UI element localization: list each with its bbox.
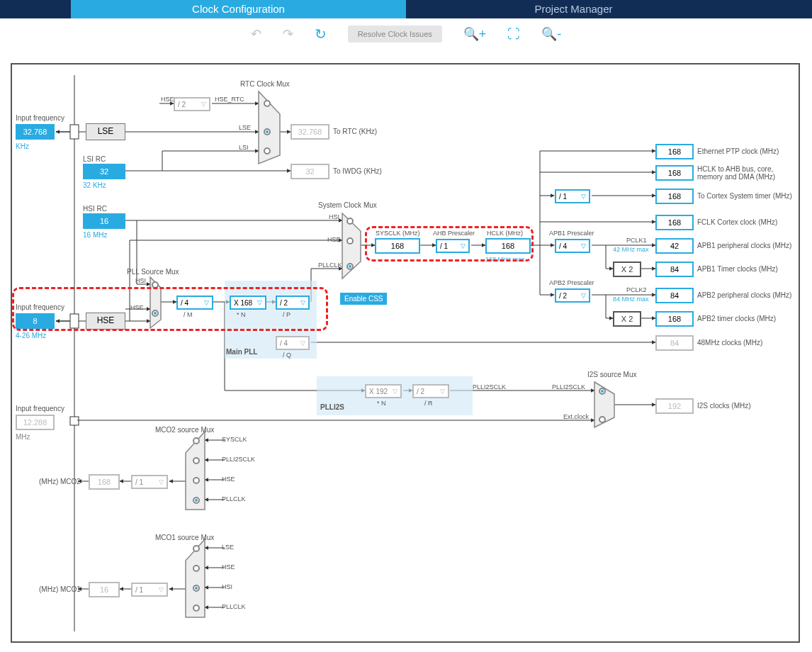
pll-q-select[interactable]: / 4▽: [276, 336, 310, 350]
apb2-periph-value: 84: [655, 288, 694, 303]
mco1-hsi-radio[interactable]: [193, 585, 200, 592]
hclk-label: HCLK (MHz): [487, 230, 523, 237]
apb1-timer-label: APB1 Timer clocks (MHz): [697, 265, 778, 273]
mco1-hsi: HSI: [222, 583, 232, 590]
sys-hse-radio[interactable]: [346, 237, 354, 244]
apb1-timer-value: 84: [655, 262, 694, 277]
mco2-hse-radio[interactable]: [193, 477, 200, 484]
fclk-label: FCLK Cortex clock (MHz): [697, 218, 777, 226]
apb2-periph-label: APB2 peripheral clocks (MHz): [697, 291, 791, 299]
plli2s-n-select[interactable]: X 192▽: [365, 384, 402, 398]
rtc-mux-title: RTC Clock Mux: [240, 80, 290, 88]
pll-n-select[interactable]: X 168▽: [230, 296, 266, 310]
rtc-div2-select[interactable]: / 2▽: [174, 97, 210, 111]
rtc-lsi: LSI: [239, 144, 249, 151]
resolve-clock-issues-button[interactable]: Resolve Clock Issues: [348, 26, 442, 43]
eth-ptp-value: 168: [655, 144, 694, 159]
pclk2-label: PCLK2: [626, 286, 647, 293]
pll-q-label: / Q: [283, 352, 291, 359]
mhz48-value: 84: [655, 335, 694, 351]
mco2-sysclk: SYSCLK: [222, 436, 247, 443]
i2s-mux-ext-radio[interactable]: [599, 416, 606, 423]
refresh-icon[interactable]: ↻: [315, 26, 327, 43]
mco1-div-select[interactable]: / 1▽: [131, 583, 168, 597]
svg-rect-9: [70, 417, 79, 425]
undo-icon[interactable]: ↶: [251, 26, 261, 42]
hse-block: HSE: [86, 313, 125, 330]
sys-hse: HSE: [327, 236, 341, 243]
clock-diagram-canvas[interactable]: Input frequency 32.768 KHz LSE LSI RC 32…: [11, 63, 800, 643]
plli2s-r-label: / R: [424, 400, 433, 407]
pclk1-max: 42 MHz max: [613, 246, 649, 253]
mco1-lse: LSE: [222, 544, 234, 551]
plli2s-r-select[interactable]: / 2▽: [412, 384, 449, 398]
apb1-periph-label: APB1 peripheral clocks (MHz): [697, 242, 791, 249]
sys-hsi: HSI: [329, 213, 339, 220]
iwdg-out-label: To IWDG (KHz): [333, 167, 382, 175]
mco1-hse: HSE: [222, 563, 235, 570]
tab-project-manager[interactable]: Project Manager: [406, 0, 741, 18]
lse-input-freq-label: Input frequency: [16, 114, 64, 122]
redo-icon[interactable]: ↷: [283, 26, 293, 42]
mco2-sysclk-radio[interactable]: [193, 437, 200, 444]
i2s-mux-title: I2S source Mux: [587, 371, 636, 378]
fclk-value: 168: [655, 215, 694, 230]
cortex-div-select[interactable]: / 1▽: [555, 189, 590, 203]
zoom-out-icon[interactable]: 🔍-: [541, 26, 561, 42]
fit-icon[interactable]: ⛶: [507, 27, 520, 42]
rtc-out-value: 32.768: [291, 124, 329, 140]
pll-m-select[interactable]: / 4▽: [176, 296, 213, 310]
apb2-timer-value: 168: [655, 311, 694, 327]
rtc-mux-lsi-radio[interactable]: [264, 147, 271, 154]
pll-srcmux-title: PLL Source Mux: [127, 268, 179, 276]
pll-src-hse-radio[interactable]: [152, 310, 159, 317]
pll-src-hsi-radio[interactable]: [152, 281, 159, 288]
rtc-mux-hse-radio[interactable]: [264, 100, 271, 107]
mco2-hse: HSE: [222, 476, 235, 483]
apb2-select[interactable]: / 2▽: [555, 288, 590, 303]
apb1-select[interactable]: / 4▽: [555, 239, 590, 253]
mco1-pllclk-radio[interactable]: [193, 605, 200, 612]
plli2s-n-label: * N: [377, 400, 386, 407]
hsi-unit: 16 MHz: [83, 231, 107, 239]
mco1-out-value: 16: [89, 582, 120, 597]
i2s-mux-plli2s-radio[interactable]: [599, 388, 606, 395]
hclk-max: 168 MHz max: [485, 256, 525, 263]
pll-n-label: * N: [237, 311, 246, 318]
ahb-label: AHB Prescaler: [433, 230, 475, 237]
i2s-input-freq-value[interactable]: 12.288: [16, 415, 55, 430]
mco2-label: (MHz) MCO2: [39, 478, 81, 485]
lse-input-freq-value[interactable]: 32.768: [16, 124, 55, 140]
hclk-value[interactable]: 168: [485, 238, 531, 254]
i2s-unit: MHz: [16, 433, 30, 441]
i2s-out-label: I2S clocks (MHz): [697, 402, 751, 410]
mco1-title: MCO1 source Mux: [155, 534, 214, 541]
mhz48-label: 48MHz clocks (MHz): [697, 339, 762, 347]
mco1-label: (MHz) MCO1: [39, 585, 81, 593]
rtc-lse: LSE: [239, 124, 251, 131]
zoom-in-icon[interactable]: 🔍+: [463, 26, 487, 42]
hse-unit: 4-26 MHz: [16, 332, 46, 339]
hse-input-freq-value[interactable]: 8: [16, 313, 55, 329]
sysclk-value[interactable]: 168: [375, 238, 420, 254]
tab-clock-config[interactable]: Clock Configuration: [71, 0, 406, 18]
sys-pllclk-radio[interactable]: [346, 263, 354, 270]
mco1-hse-radio[interactable]: [193, 565, 200, 572]
ahb-select[interactable]: / 1▽: [436, 239, 470, 253]
pll-p-select[interactable]: / 2▽: [276, 296, 310, 310]
hsi-rc-label: HSI RC: [83, 205, 107, 213]
lsi-val: 32: [83, 164, 125, 179]
enable-css-button[interactable]: Enable CSS: [340, 293, 387, 305]
mco2-plli2s-radio[interactable]: [193, 457, 200, 464]
apb2-x2: X 2: [613, 311, 641, 327]
rtc-mux-lse-radio[interactable]: [264, 128, 271, 135]
sys-hsi-radio[interactable]: [346, 218, 354, 225]
mco2-pllclk-radio[interactable]: [193, 497, 200, 504]
mco2-title: MCO2 source Mux: [155, 426, 214, 434]
sysclk-label: SYSCLK (MHz): [376, 230, 420, 237]
mco1-pllclk: PLLCLK: [222, 603, 246, 610]
mco1-lse-radio[interactable]: [193, 545, 200, 552]
mco2-div-select[interactable]: / 1▽: [131, 475, 168, 489]
eth-ptp-label: Ethernet PTP clock (MHz): [697, 147, 779, 155]
hse-input-freq-label: Input frequency: [16, 303, 64, 311]
